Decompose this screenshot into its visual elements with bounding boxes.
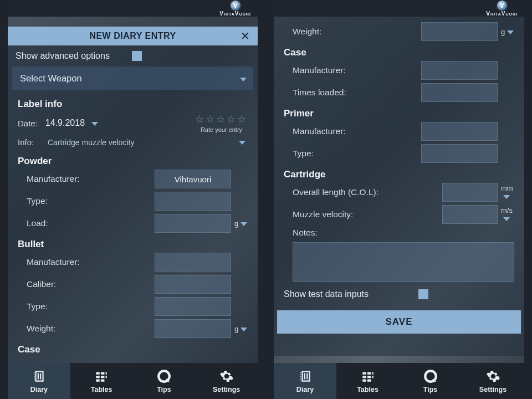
- bullet-weight-label: Weight:: [27, 324, 155, 334]
- tab-settings-label: Settings: [213, 386, 240, 393]
- bullet-caliber-input[interactable]: [155, 275, 231, 294]
- rating-stars[interactable]: ☆☆☆☆☆: [195, 113, 248, 125]
- chevron-down-icon: [507, 29, 514, 35]
- weight-input[interactable]: [421, 22, 498, 41]
- chevron-down-icon: [503, 193, 510, 200]
- brand-logo-wrap: V VihtaVuori: [486, 1, 518, 17]
- tab-diary-label: Diary: [30, 386, 48, 393]
- brand-name: VihtaVuori: [219, 11, 251, 17]
- weight-unit[interactable]: g: [498, 28, 514, 36]
- modal-title: NEW DIARY ENTRY: [89, 31, 176, 41]
- settings-icon: [485, 369, 501, 383]
- new-diary-modal-continued: Weight: g Case Manufacturer: Times loade…: [274, 17, 524, 356]
- powder-manufacturer-input[interactable]: Vihtavuori: [155, 170, 231, 188]
- bullet-type-label: Type:: [27, 301, 155, 311]
- info-select[interactable]: Cartridge muzzle velocity: [48, 138, 248, 147]
- bullet-caliber-label: Caliber:: [27, 279, 155, 289]
- show-test-data-label: Show test data inputs: [284, 289, 369, 299]
- case-manufacturer-input[interactable]: [421, 61, 498, 80]
- tab-tables[interactable]: Tables: [336, 363, 399, 399]
- powder-manufacturer-label: Manufacturer:: [27, 174, 155, 184]
- tabbar: Diary Tables Tips Settings: [274, 363, 524, 399]
- chevron-down-icon: [240, 73, 247, 84]
- chevron-down-icon: [241, 221, 247, 227]
- rating-sublabel: Rate your entry: [195, 126, 248, 133]
- brand-logo-icon: V: [231, 1, 241, 11]
- cartridge-col-label: Overall length (C.O.L):: [293, 187, 442, 197]
- topbar: V VihtaVuori: [8, 0, 258, 17]
- tab-tips[interactable]: Tips: [133, 363, 196, 399]
- show-test-data-checkbox[interactable]: [418, 289, 428, 299]
- tab-tips-label: Tips: [423, 386, 437, 393]
- cartridge-muzzle-input[interactable]: [442, 205, 498, 224]
- modal-header: NEW DIARY ENTRY ✕: [8, 27, 258, 45]
- tab-settings[interactable]: Settings: [195, 363, 258, 399]
- diary-icon: [298, 369, 313, 383]
- case-manufacturer-label: Manufacturer:: [293, 65, 421, 75]
- close-icon[interactable]: ✕: [237, 27, 253, 45]
- chevron-down-icon: [91, 118, 98, 128]
- diary-icon: [31, 369, 47, 383]
- advanced-options-label: Show advanced options: [16, 51, 110, 61]
- select-weapon-dropdown[interactable]: Select Weapon: [12, 66, 253, 90]
- powder-type-input[interactable]: [155, 192, 231, 211]
- notes-input[interactable]: [293, 242, 514, 282]
- tables-icon: [94, 369, 109, 383]
- save-button[interactable]: SAVE: [277, 310, 521, 334]
- cartridge-muzzle-unit[interactable]: m/s: [498, 206, 514, 223]
- section-powder: Powder: [8, 151, 258, 168]
- tab-tables-label: Tables: [357, 386, 378, 393]
- section-label-info: Label info: [8, 94, 258, 111]
- section-primer: Primer: [274, 104, 524, 120]
- weight-label: Weight:: [293, 27, 421, 37]
- bullet-weight-unit[interactable]: g: [231, 325, 248, 333]
- info-label: Info:: [18, 137, 40, 147]
- powder-type-label: Type:: [27, 196, 155, 206]
- section-bullet: Bullet: [8, 234, 258, 251]
- primer-manufacturer-label: Manufacturer:: [293, 126, 421, 136]
- cartridge-muzzle-label: Muzzle velocity:: [293, 209, 442, 219]
- chevron-down-icon: [239, 138, 245, 146]
- tab-tips-label: Tips: [157, 386, 171, 393]
- bullet-manufacturer-input[interactable]: [155, 253, 231, 272]
- bullet-weight-input[interactable]: [155, 319, 231, 338]
- brand-logo-icon: V: [497, 1, 507, 11]
- tab-diary-label: Diary: [296, 386, 314, 393]
- chevron-down-icon: [503, 216, 510, 222]
- date-label: Date:: [18, 119, 38, 128]
- section-case: Case: [274, 43, 524, 59]
- date-value: 14.9.2018: [45, 118, 85, 128]
- tab-diary[interactable]: Diary: [274, 363, 336, 399]
- tips-icon: [423, 369, 438, 383]
- primer-type-label: Type:: [293, 149, 421, 158]
- bullet-manufacturer-label: Manufacturer:: [27, 257, 155, 267]
- section-case: Case: [8, 340, 258, 356]
- chevron-down-icon: [241, 326, 247, 332]
- powder-load-unit[interactable]: g: [231, 219, 248, 228]
- cartridge-col-input[interactable]: [442, 183, 498, 202]
- powder-load-label: Load:: [27, 218, 155, 228]
- brand-logo-wrap: V VihtaVuori: [219, 1, 251, 17]
- new-diary-modal: NEW DIARY ENTRY ✕ Show advanced options …: [8, 27, 258, 363]
- date-picker[interactable]: 14.9.2018: [45, 118, 98, 128]
- case-times-loaded-label: Times loaded:: [293, 88, 421, 98]
- tab-tips[interactable]: Tips: [399, 363, 462, 399]
- tab-tables-label: Tables: [91, 386, 112, 393]
- bullet-type-input[interactable]: [155, 297, 231, 316]
- topbar: V VihtaVuori: [274, 0, 524, 17]
- primer-type-input[interactable]: [421, 144, 498, 163]
- tips-icon: [156, 369, 172, 383]
- advanced-options-checkbox[interactable]: [132, 51, 142, 61]
- tabbar: Diary Tables Tips Settings: [8, 363, 258, 399]
- tab-diary[interactable]: Diary: [8, 363, 70, 399]
- notes-label: Notes:: [293, 228, 514, 238]
- powder-load-input[interactable]: [155, 214, 231, 233]
- tab-tables[interactable]: Tables: [70, 363, 133, 399]
- tab-settings[interactable]: Settings: [462, 363, 524, 399]
- primer-manufacturer-input[interactable]: [421, 122, 498, 141]
- tab-settings-label: Settings: [479, 386, 507, 393]
- tables-icon: [360, 369, 376, 383]
- cartridge-col-unit[interactable]: mm: [498, 184, 514, 201]
- brand-name: VihtaVuori: [486, 11, 518, 17]
- case-times-loaded-input[interactable]: [421, 83, 498, 102]
